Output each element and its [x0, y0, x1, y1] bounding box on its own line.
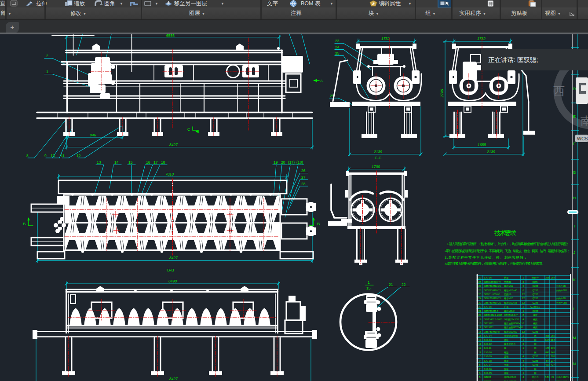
svg-text:8: 8 — [522, 314, 524, 316]
svg-text:288: 288 — [551, 355, 555, 358]
svg-text:螺栓M10×50: 螺栓M10×50 — [504, 330, 517, 333]
svg-text:1: 1 — [522, 310, 524, 312]
svg-text:5: 5 — [479, 376, 481, 378]
svg-text:B: B — [317, 221, 320, 226]
svg-text:F: F — [573, 142, 576, 146]
svg-text:72: 72 — [546, 355, 549, 358]
svg-text:B-B: B-B — [167, 267, 174, 272]
svg-text:钢: 钢 — [533, 343, 536, 345]
svg-text:1732: 1732 — [477, 37, 486, 41]
svg-text:365: 365 — [545, 334, 549, 337]
svg-text:1: 1 — [522, 363, 524, 366]
svg-text:23: 23 — [478, 301, 482, 304]
svg-text:GB97.1-300HV: GB97.1-300HV — [484, 293, 500, 296]
svg-text:Q235: Q235 — [533, 285, 538, 287]
svg-text:钢: 钢 — [533, 372, 536, 374]
svg-text:12: 12 — [522, 301, 525, 304]
svg-text:13: 13 — [478, 343, 482, 345]
svg-text:SJG-11: SJG-11 — [484, 347, 492, 349]
svg-text:GB5783/M16-21: GB5783/M16-21 — [484, 289, 501, 292]
svg-text:28: 28 — [478, 281, 482, 283]
svg-text:12: 12 — [478, 347, 482, 349]
svg-text:23: 23 — [335, 39, 340, 43]
svg-text:螺母M10: 螺母M10 — [504, 297, 513, 300]
svg-text:B: B — [23, 221, 26, 226]
svg-text:8427: 8427 — [169, 377, 178, 381]
svg-text:垫圈30: 垫圈30 — [504, 281, 511, 284]
svg-text:65Mn: 65Mn — [532, 281, 538, 283]
svg-text:6: 6 — [479, 372, 481, 374]
svg-text:护罩: 护罩 — [504, 305, 509, 308]
svg-text:15: 15 — [366, 286, 371, 290]
svg-text:6: 6 — [522, 281, 524, 283]
svg-text:17: 17 — [478, 326, 482, 329]
svg-text:6: 6 — [522, 289, 524, 292]
svg-text:3.装配过程中零件不允许磕、碰、划伤和锈蚀；: 3.装配过程中零件不允许磕、碰、划伤和锈蚀； — [445, 256, 527, 260]
svg-text:365: 365 — [551, 334, 555, 337]
svg-text:G: G — [573, 170, 576, 175]
svg-text:键25×22×C: 键25×22×C — [504, 376, 516, 379]
svg-text:22: 22 — [402, 282, 406, 287]
svg-text:176: 176 — [551, 347, 555, 349]
svg-text:GB/T3452.1-2005: GB/T3452.1-2005 — [484, 318, 502, 321]
svg-text:8: 8 — [479, 363, 481, 366]
svg-text:24: 24 — [478, 297, 482, 300]
svg-text:2: 2 — [522, 343, 524, 345]
svg-text:SJG-14: SJG-14 — [484, 334, 492, 337]
svg-text:21: 21 — [478, 310, 482, 312]
svg-text:Q235: Q235 — [533, 293, 538, 296]
svg-text:螺栓M8×2: 螺栓M8×2 — [504, 310, 515, 313]
svg-text:6556: 6556 — [166, 34, 175, 38]
svg-text:1: 1 — [522, 351, 524, 354]
svg-text:10: 10 — [478, 355, 482, 358]
svg-text:12: 12 — [522, 297, 525, 300]
svg-text:2139: 2139 — [486, 150, 495, 154]
svg-text:4: 4 — [522, 318, 524, 321]
svg-text:橡胶: 橡胶 — [533, 314, 538, 316]
svg-text:SJG-16: SJG-16 — [484, 276, 492, 279]
svg-text:8427: 8427 — [169, 256, 178, 260]
svg-text:橡胶: 橡胶 — [533, 318, 538, 321]
svg-text:1: 1 — [522, 339, 524, 341]
svg-text:1. 进入装配的零件及部件（包括外购件、外协件），均必须具有: 1. 进入装配的零件及部件（包括外购件、外协件），均必须具有检验部门的合格证方能… — [447, 242, 570, 246]
svg-text:轴承座组件: 轴承座组件 — [504, 343, 516, 346]
svg-text:94.5: 94.5 — [551, 339, 555, 341]
svg-text:N: N — [573, 362, 576, 366]
svg-text:橡胶: 橡胶 — [533, 326, 538, 329]
svg-text:13: 13 — [97, 160, 101, 165]
svg-text:8: 8 — [26, 154, 29, 158]
svg-text:14: 14 — [114, 160, 119, 165]
svg-text:I: I — [574, 224, 575, 228]
svg-text:GB5783/M10-8: GB5783/M10-8 — [484, 330, 500, 333]
svg-text:SJG-06: SJG-06 — [484, 368, 492, 370]
svg-text:C-C: C-C — [375, 156, 381, 160]
svg-text:链轮: 链轮 — [504, 339, 509, 342]
svg-text:(17): (17) — [288, 160, 295, 165]
svg-text:1688: 1688 — [478, 143, 486, 147]
svg-text:12: 12 — [522, 293, 525, 296]
svg-text:骨架油封FB70×95: 骨架油封FB70×95 — [504, 326, 523, 329]
svg-text:Q235: Q235 — [533, 330, 538, 333]
svg-text:12: 12 — [77, 154, 81, 158]
svg-text:6490: 6490 — [168, 279, 177, 283]
svg-text:钢: 钢 — [533, 368, 536, 370]
svg-text:848: 848 — [545, 351, 549, 354]
svg-text:D: D — [573, 87, 576, 91]
svg-text:10: 10 — [51, 154, 55, 158]
svg-text:技术要求: 技术要求 — [494, 229, 516, 237]
svg-text:268: 268 — [545, 276, 549, 279]
svg-text:SJG-08: SJG-08 — [484, 359, 492, 362]
svg-text:组合件: 组合件 — [532, 376, 539, 379]
svg-text:盖板: 盖板 — [504, 355, 509, 358]
svg-text:轴: 轴 — [504, 347, 506, 350]
svg-text:Q235: Q235 — [533, 359, 538, 362]
svg-text:2.零件在装配前必须清理和清洗干净，不得有毛刺、飞边、氧化皮: 2.零件在装配前必须清理和清洗干净，不得有毛刺、飞边、氧化皮、锈蚀、切屑、油污、… — [445, 249, 570, 253]
svg-text:SJG-15: SJG-15 — [484, 305, 492, 308]
svg-text:7: 7 — [479, 368, 481, 370]
svg-text:挡板: 挡板 — [504, 276, 509, 279]
svg-text:垫圈16: 垫圈16 — [504, 293, 511, 296]
svg-text:橡胶: 橡胶 — [533, 322, 538, 325]
svg-text:GB5781/M12-21: GB5781/M12-21 — [484, 285, 501, 287]
svg-text:16: 16 — [478, 330, 482, 333]
svg-text:19: 19 — [478, 318, 482, 321]
